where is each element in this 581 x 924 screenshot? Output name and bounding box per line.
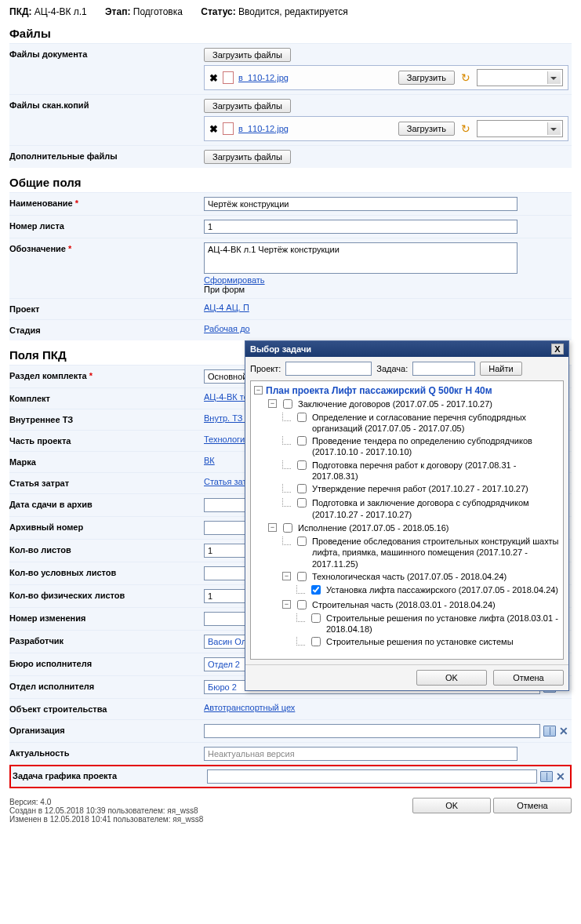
exec-bureau-label: Бюро исполнителя bbox=[9, 656, 204, 671]
tree-checkbox[interactable] bbox=[311, 585, 321, 595]
clear-icon[interactable]: ✕ bbox=[559, 725, 568, 737]
tree-node[interactable]: Установка лифта пассажирского (2017.07.0… bbox=[326, 584, 560, 595]
dev-label: Разработчик bbox=[9, 633, 204, 649]
tree-checkbox[interactable] bbox=[297, 484, 307, 493]
org-input[interactable] bbox=[204, 724, 540, 738]
upload-extra-files-button[interactable]: Загрузить файлы bbox=[204, 150, 291, 164]
cost-label: Статья затрат bbox=[9, 475, 204, 491]
tree-node[interactable]: Проведение обследования строительных кон… bbox=[312, 536, 560, 569]
task-label: Задача графика проекта bbox=[13, 768, 207, 784]
tree-node[interactable]: Технологическая часть (2017.07.05 - 2018… bbox=[312, 571, 560, 582]
build-obj-label: Объект строительства bbox=[9, 701, 204, 717]
status-value: Вводится, редактируется bbox=[238, 6, 348, 17]
dialog-titlebar[interactable]: Выбор задачи X bbox=[245, 341, 568, 357]
tree-node[interactable]: Строительные решения по установке лифта … bbox=[326, 613, 560, 635]
upload-single-button[interactable]: Загрузить bbox=[398, 122, 455, 136]
status-label: Статус: bbox=[201, 6, 235, 17]
tz-link[interactable]: Внутр. ТЗ 2 bbox=[204, 413, 250, 423]
upload-scan-files-button[interactable]: Загрузить файлы bbox=[204, 99, 291, 113]
created-text: Создан в 12.05.2018 10:39 пользователем:… bbox=[9, 806, 203, 815]
upload-single-button[interactable]: Загрузить bbox=[398, 71, 455, 85]
exec-dept-label: Отдел исполнителя bbox=[9, 678, 204, 694]
tree-checkbox[interactable] bbox=[297, 600, 307, 609]
tz-label: Внутреннее ТЗ bbox=[9, 412, 204, 427]
scan-file-link[interactable]: в_110-12.jpg bbox=[238, 124, 289, 133]
task-lookup-icon[interactable] bbox=[540, 771, 553, 782]
org-label: Организация bbox=[9, 722, 204, 738]
tree-collapse-icon[interactable]: − bbox=[268, 399, 277, 408]
dialog-cancel-button[interactable]: Отмена bbox=[493, 670, 564, 686]
tree-node[interactable]: Проведение тендера по определению субпод… bbox=[312, 435, 560, 458]
tree-checkbox[interactable] bbox=[311, 613, 321, 623]
tree-leaf-icon bbox=[282, 484, 291, 493]
build-obj-link[interactable]: Автотранспортный цех bbox=[204, 703, 295, 712]
part-link[interactable]: Технологич bbox=[204, 435, 249, 444]
generate-link[interactable]: Сформировать bbox=[204, 275, 265, 285]
file-version-dropdown[interactable] bbox=[477, 69, 563, 86]
refresh-icon[interactable]: ↻ bbox=[459, 122, 472, 135]
tree-checkbox[interactable] bbox=[311, 637, 321, 646]
ok-button[interactable]: OK bbox=[412, 798, 491, 813]
lookup-icon[interactable] bbox=[543, 726, 556, 737]
tree-node[interactable]: Исполнение (2017.07.05 - 2018.05.16) bbox=[298, 522, 560, 533]
dialog-close-icon[interactable]: X bbox=[551, 344, 564, 355]
brand-link[interactable]: ВК bbox=[204, 456, 215, 465]
files-section-title: Файлы bbox=[9, 27, 572, 40]
upload-doc-files-button[interactable]: Загрузить файлы bbox=[204, 48, 291, 62]
tree-checkbox[interactable] bbox=[297, 537, 307, 546]
remove-file-icon[interactable]: ✖ bbox=[209, 72, 218, 84]
tree-node[interactable]: Подготовка перечня работ к договору (201… bbox=[312, 460, 560, 482]
task-clear-icon[interactable]: ✕ bbox=[556, 770, 565, 783]
doc-file-row: ✖ в_110-12.jpg Загрузить ↻ bbox=[204, 65, 568, 90]
tree-root[interactable]: План проекта Лифт пассажирский Q 500кг H… bbox=[266, 385, 560, 398]
tree-node[interactable]: Утверждение перечня работ (2017.10.27 - … bbox=[312, 483, 560, 494]
set-link[interactable]: АЦ-4-ВК те bbox=[204, 392, 249, 402]
project-link[interactable]: АЦ-4 АЦ. П bbox=[204, 303, 249, 312]
tree-checkbox[interactable] bbox=[297, 498, 307, 507]
actuality-label: Актуальность bbox=[9, 745, 204, 761]
tree-node[interactable]: Строительная часть (2018.03.01 - 2018.04… bbox=[312, 599, 560, 610]
cost-link[interactable]: Статья зат bbox=[204, 477, 246, 486]
tree-leaf-icon bbox=[296, 637, 305, 646]
tree-checkbox[interactable] bbox=[297, 572, 307, 581]
task-input[interactable] bbox=[207, 769, 537, 784]
name-label: Наименование * bbox=[9, 195, 204, 211]
tree-node[interactable]: Подготовка и заключение договора с субпо… bbox=[312, 497, 560, 520]
tree-node[interactable]: Строительные решения по установке систем… bbox=[326, 636, 560, 647]
tree-collapse-icon[interactable]: − bbox=[254, 386, 263, 395]
tree-checkbox[interactable] bbox=[283, 523, 292, 533]
tree-collapse-icon[interactable]: − bbox=[268, 523, 277, 532]
tree-checkbox[interactable] bbox=[297, 460, 307, 470]
tree-leaf-icon bbox=[296, 613, 305, 622]
task-tree[interactable]: − План проекта Лифт пассажирский Q 500кг… bbox=[250, 380, 564, 660]
sheet-label: Номер листа bbox=[9, 218, 204, 234]
tree-checkbox[interactable] bbox=[297, 436, 307, 446]
tree-collapse-icon[interactable]: − bbox=[282, 572, 291, 580]
tree-node[interactable]: Определение и согласование перечня субпо… bbox=[312, 412, 560, 435]
file-icon bbox=[223, 71, 234, 84]
footer: Версия: 4.0 Создан в 12.05.2018 10:39 по… bbox=[9, 798, 572, 824]
dialog-project-input[interactable] bbox=[285, 362, 372, 376]
project-label: Проект bbox=[9, 301, 204, 317]
dialog-ok-button[interactable]: OK bbox=[416, 670, 487, 686]
tree-collapse-icon[interactable]: − bbox=[282, 600, 291, 609]
dialog-task-input[interactable] bbox=[412, 362, 475, 376]
stage-link[interactable]: Рабочая до bbox=[204, 324, 250, 333]
designation-textarea[interactable]: АЦ-4-ВК л.1 Чертёж конструкции bbox=[204, 242, 517, 274]
cancel-button[interactable]: Отмена bbox=[493, 798, 572, 813]
generate-note: При форм bbox=[204, 285, 568, 294]
doc-file-link[interactable]: в_110-12.jpg bbox=[238, 73, 289, 82]
remove-file-icon[interactable]: ✖ bbox=[209, 123, 218, 135]
refresh-icon[interactable]: ↻ bbox=[459, 71, 472, 84]
dialog-task-label: Задача: bbox=[376, 364, 408, 373]
dialog-find-button[interactable]: Найти bbox=[480, 362, 521, 376]
tree-leaf-icon bbox=[282, 436, 291, 445]
designation-label: Обозначение * bbox=[9, 241, 204, 256]
tree-checkbox[interactable] bbox=[283, 399, 292, 409]
sheet-input[interactable] bbox=[204, 220, 517, 234]
file-version-dropdown[interactable] bbox=[477, 120, 563, 137]
extra-files-label: Дополнительные файлы bbox=[9, 148, 204, 164]
tree-checkbox[interactable] bbox=[297, 413, 307, 422]
tree-node[interactable]: Заключение договоров (2017.07.05 - 2017.… bbox=[298, 398, 560, 409]
name-input[interactable] bbox=[204, 197, 517, 211]
